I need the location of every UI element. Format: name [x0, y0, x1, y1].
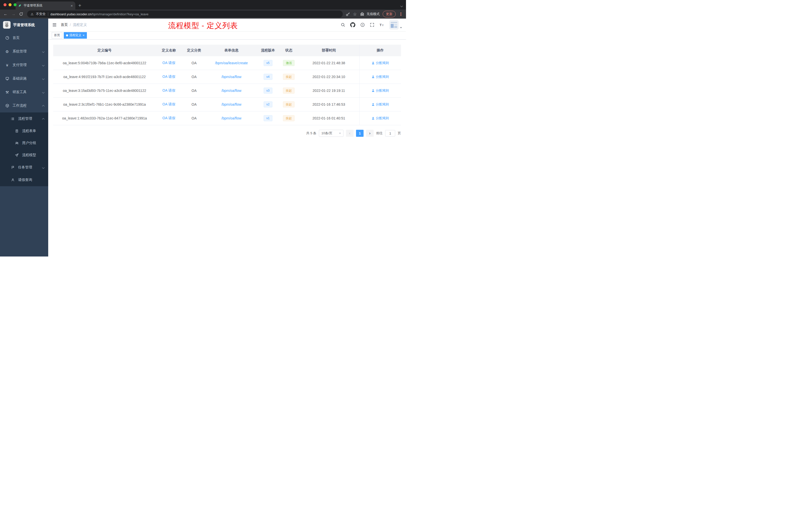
- definition-name-link[interactable]: OA 请假: [163, 74, 175, 79]
- sidebar-item-label: 工作流程: [12, 103, 39, 108]
- page-content: 定义编号 定义名称 定义分类 表单信息 流程版本 状态 部署时间 操作 oa_l…: [48, 40, 406, 256]
- form-link[interactable]: /bpm/oa/flow: [222, 89, 241, 93]
- bookmark-star-icon[interactable]: ☆: [353, 12, 357, 16]
- paper-plane-icon: [14, 153, 19, 157]
- deploy-time: 2022-01-22 21:48:38: [298, 56, 359, 70]
- deploy-time: 2022-01-16 17:46:53: [298, 98, 359, 111]
- assign-rule-link[interactable]: 分配规则: [372, 74, 389, 79]
- update-browser-button[interactable]: 更新: [383, 11, 396, 17]
- sidebar-item-workflow[interactable]: 工作流程: [0, 99, 48, 113]
- assign-rule-link[interactable]: 分配规则: [372, 61, 389, 65]
- form-link[interactable]: /bpm/oa/leave/create: [215, 61, 248, 65]
- column-header: 定义名称: [156, 45, 182, 56]
- current-page-button[interactable]: 1: [356, 130, 364, 137]
- fullscreen-icon[interactable]: [370, 23, 374, 27]
- address-bar[interactable]: ⚠ 不安全 dashboard.yudao.iocoder.cn/bpm/man…: [27, 10, 343, 18]
- table-header-row: 定义编号 定义名称 定义分类 表单信息 流程版本 状态 部署时间 操作: [53, 45, 401, 56]
- status-badge: 挂起: [283, 88, 294, 94]
- sidebar-item-label: 基础设施: [12, 76, 39, 81]
- new-tab-button[interactable]: +: [78, 3, 81, 8]
- window-controls: [3, 3, 17, 6]
- hamburger-icon[interactable]: [52, 23, 57, 27]
- sidebar-item-process-management[interactable]: 流程管理: [0, 113, 48, 125]
- forward-button[interactable]: →: [11, 12, 16, 16]
- definition-name-link[interactable]: OA 请假: [163, 61, 175, 65]
- url-host: dashboard.yudao.iocoder.cn: [51, 12, 91, 16]
- sidebar-item-payment[interactable]: ¥ 支付管理: [0, 58, 48, 72]
- sidebar-item-devtools[interactable]: ⚒ 研发工具: [0, 85, 48, 99]
- browser-tab[interactable]: 芋道管理系统 ×: [16, 1, 75, 9]
- definition-category: OA: [182, 84, 206, 97]
- next-page-button[interactable]: ›: [366, 130, 374, 137]
- tag-home[interactable]: 首页: [52, 32, 62, 39]
- page-url[interactable]: dashboard.yudao.iocoder.cn/bpm/manager/d…: [51, 12, 149, 16]
- sidebar-item-process-forms[interactable]: 流程表单: [0, 125, 48, 137]
- assign-rule-label: 分配规则: [376, 74, 389, 79]
- sidebar-item-infrastructure[interactable]: 基础设施: [0, 72, 48, 85]
- assign-rule-label: 分配规则: [376, 102, 389, 107]
- breadcrumb-home[interactable]: 首页: [61, 23, 68, 27]
- browser-menu-icon[interactable]: ⋮: [399, 12, 403, 16]
- yen-icon: ¥: [5, 63, 9, 67]
- chevron-down-icon: [42, 166, 45, 169]
- definition-name-link[interactable]: OA 请假: [163, 88, 175, 93]
- tab-close-icon[interactable]: ×: [70, 4, 73, 7]
- tag-process-definition[interactable]: 流程定义 ×: [64, 32, 87, 39]
- sidebar-item-leave-query[interactable]: 请假查询: [0, 174, 48, 186]
- column-header: 定义分类: [182, 45, 206, 56]
- column-header: 流程版本: [257, 45, 279, 56]
- cube-icon: [5, 104, 9, 108]
- definition-name-link[interactable]: OA 请假: [163, 102, 175, 107]
- sidebar-item-user-groups[interactable]: 用户分组: [0, 137, 48, 149]
- github-icon[interactable]: [350, 22, 355, 27]
- chevron-down-icon: [42, 77, 45, 80]
- close-window-button[interactable]: [3, 3, 6, 6]
- sidebar-item-process-models[interactable]: 流程模型: [0, 149, 48, 161]
- chevron-down-icon: [42, 91, 45, 93]
- reload-button[interactable]: [19, 12, 24, 16]
- definition-id: oa_leave:3:1fad3d93-7b75-11ec-a3c8-acde4…: [53, 84, 156, 97]
- version-badge: v1: [264, 115, 272, 121]
- font-size-icon[interactable]: TT: [379, 23, 384, 27]
- help-icon[interactable]: ?: [360, 23, 365, 27]
- status-badge: 激活: [283, 60, 294, 66]
- maximize-window-button[interactable]: [13, 3, 17, 6]
- breadcrumb-separator: /: [70, 23, 71, 27]
- tab-search-icon[interactable]: [401, 3, 403, 8]
- definition-name-link[interactable]: OA 请假: [163, 116, 175, 120]
- pagination-bar: 共 5 条 10条/页 ‹ 1 › 前往 页: [53, 130, 401, 137]
- search-icon[interactable]: [341, 23, 345, 27]
- tag-close-icon[interactable]: ×: [83, 34, 85, 37]
- form-link[interactable]: /bpm/oa/flow: [222, 116, 241, 120]
- back-button[interactable]: ←: [3, 12, 8, 16]
- not-secure-warning-icon: ⚠: [31, 12, 34, 16]
- assign-rule-link[interactable]: 分配规则: [372, 102, 389, 107]
- sidebar-item-system[interactable]: ⚙ 系统管理: [0, 45, 48, 58]
- sidebar-item-label: 研发工具: [12, 90, 39, 94]
- sidebar: 芋道管理系统 首页 ⚙ 系统管理 ¥ 支付管理: [0, 19, 48, 256]
- person-icon: [10, 178, 15, 182]
- form-link[interactable]: /bpm/oa/flow: [222, 102, 241, 107]
- assign-rule-link[interactable]: 分配规则: [372, 88, 389, 93]
- security-label[interactable]: 不安全: [36, 12, 46, 16]
- omnibox-divider: [48, 12, 48, 16]
- prev-page-button[interactable]: ‹: [346, 130, 353, 137]
- definition-category: OA: [182, 98, 206, 111]
- sidebar-item-task-management[interactable]: 任务管理: [0, 161, 48, 174]
- password-key-icon[interactable]: [346, 12, 350, 16]
- form-link[interactable]: /bpm/oa/flow: [222, 75, 241, 79]
- assign-rule-link[interactable]: 分配规则: [372, 116, 389, 120]
- goto-page-input[interactable]: [385, 130, 395, 137]
- user-avatar-menu[interactable]: [389, 20, 402, 29]
- page-size-select[interactable]: 10条/页: [319, 130, 344, 137]
- document-icon: [14, 129, 19, 133]
- version-badge: v4: [264, 74, 272, 80]
- breadcrumb-current: 流程定义: [73, 23, 87, 27]
- sidebar-logo[interactable]: 芋道管理系统: [0, 19, 48, 31]
- definitions-table: 定义编号 定义名称 定义分类 表单信息 流程版本 状态 部署时间 操作 oa_l…: [53, 45, 401, 125]
- minimize-window-button[interactable]: [8, 3, 11, 6]
- definition-id: oa_leave:4:991f2193-7b7f-11ec-a3c8-acde4…: [53, 70, 156, 84]
- site-favicon-icon: [18, 4, 22, 7]
- version-badge: v3: [264, 88, 272, 94]
- sidebar-item-home[interactable]: 首页: [0, 31, 48, 45]
